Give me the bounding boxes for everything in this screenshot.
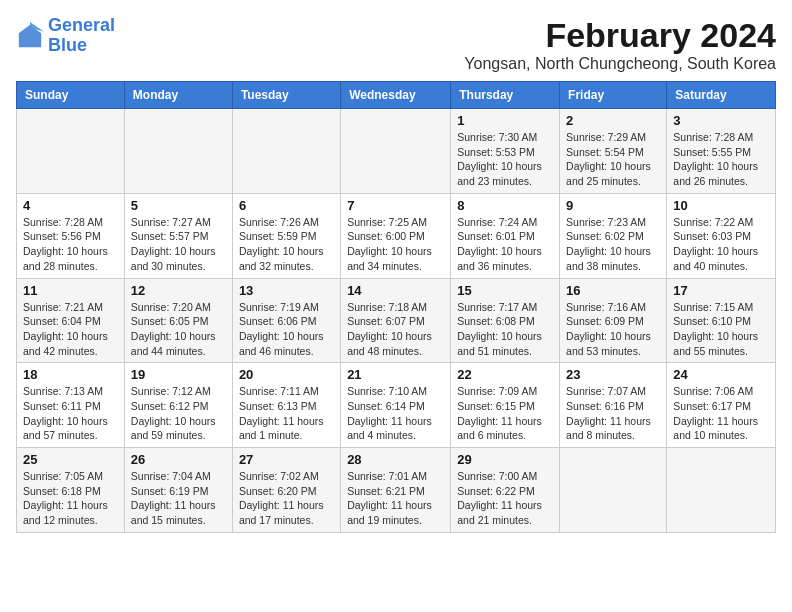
calendar-table: SundayMondayTuesdayWednesdayThursdayFrid…	[16, 81, 776, 533]
week-row-5: 25Sunrise: 7:05 AMSunset: 6:18 PMDayligh…	[17, 448, 776, 533]
calendar-cell: 20Sunrise: 7:11 AMSunset: 6:13 PMDayligh…	[232, 363, 340, 448]
week-row-2: 4Sunrise: 7:28 AMSunset: 5:56 PMDaylight…	[17, 193, 776, 278]
calendar-cell	[232, 109, 340, 194]
calendar-cell: 7Sunrise: 7:25 AMSunset: 6:00 PMDaylight…	[341, 193, 451, 278]
day-info: Sunrise: 7:28 AMSunset: 5:56 PMDaylight:…	[23, 215, 118, 274]
logo-icon	[16, 22, 44, 50]
calendar-cell: 6Sunrise: 7:26 AMSunset: 5:59 PMDaylight…	[232, 193, 340, 278]
calendar-cell: 26Sunrise: 7:04 AMSunset: 6:19 PMDayligh…	[124, 448, 232, 533]
day-info: Sunrise: 7:20 AMSunset: 6:05 PMDaylight:…	[131, 300, 226, 359]
day-number: 28	[347, 452, 444, 467]
column-header-monday: Monday	[124, 82, 232, 109]
day-info: Sunrise: 7:05 AMSunset: 6:18 PMDaylight:…	[23, 469, 118, 528]
calendar-subtitle: Yongsan, North Chungcheong, South Korea	[464, 55, 776, 73]
day-number: 19	[131, 367, 226, 382]
calendar-cell: 19Sunrise: 7:12 AMSunset: 6:12 PMDayligh…	[124, 363, 232, 448]
day-info: Sunrise: 7:17 AMSunset: 6:08 PMDaylight:…	[457, 300, 553, 359]
calendar-cell: 14Sunrise: 7:18 AMSunset: 6:07 PMDayligh…	[341, 278, 451, 363]
day-number: 23	[566, 367, 660, 382]
day-info: Sunrise: 7:12 AMSunset: 6:12 PMDaylight:…	[131, 384, 226, 443]
day-info: Sunrise: 7:04 AMSunset: 6:19 PMDaylight:…	[131, 469, 226, 528]
day-number: 9	[566, 198, 660, 213]
week-row-1: 1Sunrise: 7:30 AMSunset: 5:53 PMDaylight…	[17, 109, 776, 194]
calendar-cell: 15Sunrise: 7:17 AMSunset: 6:08 PMDayligh…	[451, 278, 560, 363]
column-header-tuesday: Tuesday	[232, 82, 340, 109]
day-info: Sunrise: 7:02 AMSunset: 6:20 PMDaylight:…	[239, 469, 334, 528]
calendar-cell: 2Sunrise: 7:29 AMSunset: 5:54 PMDaylight…	[560, 109, 667, 194]
day-number: 20	[239, 367, 334, 382]
day-number: 8	[457, 198, 553, 213]
week-row-4: 18Sunrise: 7:13 AMSunset: 6:11 PMDayligh…	[17, 363, 776, 448]
calendar-cell: 24Sunrise: 7:06 AMSunset: 6:17 PMDayligh…	[667, 363, 776, 448]
day-number: 11	[23, 283, 118, 298]
calendar-cell	[341, 109, 451, 194]
day-number: 15	[457, 283, 553, 298]
calendar-cell: 29Sunrise: 7:00 AMSunset: 6:22 PMDayligh…	[451, 448, 560, 533]
calendar-cell: 17Sunrise: 7:15 AMSunset: 6:10 PMDayligh…	[667, 278, 776, 363]
calendar-cell: 12Sunrise: 7:20 AMSunset: 6:05 PMDayligh…	[124, 278, 232, 363]
day-number: 4	[23, 198, 118, 213]
day-number: 2	[566, 113, 660, 128]
calendar-cell	[667, 448, 776, 533]
day-info: Sunrise: 7:27 AMSunset: 5:57 PMDaylight:…	[131, 215, 226, 274]
day-info: Sunrise: 7:21 AMSunset: 6:04 PMDaylight:…	[23, 300, 118, 359]
day-number: 18	[23, 367, 118, 382]
day-number: 6	[239, 198, 334, 213]
day-info: Sunrise: 7:23 AMSunset: 6:02 PMDaylight:…	[566, 215, 660, 274]
column-header-wednesday: Wednesday	[341, 82, 451, 109]
calendar-title: February 2024	[464, 16, 776, 55]
day-number: 5	[131, 198, 226, 213]
calendar-cell: 3Sunrise: 7:28 AMSunset: 5:55 PMDaylight…	[667, 109, 776, 194]
calendar-cell: 25Sunrise: 7:05 AMSunset: 6:18 PMDayligh…	[17, 448, 125, 533]
calendar-cell: 11Sunrise: 7:21 AMSunset: 6:04 PMDayligh…	[17, 278, 125, 363]
calendar-cell: 27Sunrise: 7:02 AMSunset: 6:20 PMDayligh…	[232, 448, 340, 533]
column-header-saturday: Saturday	[667, 82, 776, 109]
day-info: Sunrise: 7:29 AMSunset: 5:54 PMDaylight:…	[566, 130, 660, 189]
calendar-cell: 5Sunrise: 7:27 AMSunset: 5:57 PMDaylight…	[124, 193, 232, 278]
calendar-cell: 1Sunrise: 7:30 AMSunset: 5:53 PMDaylight…	[451, 109, 560, 194]
column-header-sunday: Sunday	[17, 82, 125, 109]
day-number: 7	[347, 198, 444, 213]
calendar-cell: 21Sunrise: 7:10 AMSunset: 6:14 PMDayligh…	[341, 363, 451, 448]
day-info: Sunrise: 7:15 AMSunset: 6:10 PMDaylight:…	[673, 300, 769, 359]
calendar-cell: 16Sunrise: 7:16 AMSunset: 6:09 PMDayligh…	[560, 278, 667, 363]
day-info: Sunrise: 7:22 AMSunset: 6:03 PMDaylight:…	[673, 215, 769, 274]
day-number: 10	[673, 198, 769, 213]
day-info: Sunrise: 7:13 AMSunset: 6:11 PMDaylight:…	[23, 384, 118, 443]
title-block: February 2024 Yongsan, North Chungcheong…	[464, 16, 776, 73]
day-info: Sunrise: 7:30 AMSunset: 5:53 PMDaylight:…	[457, 130, 553, 189]
day-info: Sunrise: 7:07 AMSunset: 6:16 PMDaylight:…	[566, 384, 660, 443]
calendar-header-row: SundayMondayTuesdayWednesdayThursdayFrid…	[17, 82, 776, 109]
day-number: 27	[239, 452, 334, 467]
day-number: 17	[673, 283, 769, 298]
day-info: Sunrise: 7:16 AMSunset: 6:09 PMDaylight:…	[566, 300, 660, 359]
day-number: 16	[566, 283, 660, 298]
calendar-cell: 18Sunrise: 7:13 AMSunset: 6:11 PMDayligh…	[17, 363, 125, 448]
day-info: Sunrise: 7:11 AMSunset: 6:13 PMDaylight:…	[239, 384, 334, 443]
day-number: 1	[457, 113, 553, 128]
calendar-cell: 13Sunrise: 7:19 AMSunset: 6:06 PMDayligh…	[232, 278, 340, 363]
calendar-cell	[560, 448, 667, 533]
day-info: Sunrise: 7:19 AMSunset: 6:06 PMDaylight:…	[239, 300, 334, 359]
column-header-thursday: Thursday	[451, 82, 560, 109]
day-number: 24	[673, 367, 769, 382]
calendar-cell: 8Sunrise: 7:24 AMSunset: 6:01 PMDaylight…	[451, 193, 560, 278]
day-number: 14	[347, 283, 444, 298]
header: General Blue February 2024 Yongsan, Nort…	[16, 16, 776, 73]
day-info: Sunrise: 7:00 AMSunset: 6:22 PMDaylight:…	[457, 469, 553, 528]
logo: General Blue	[16, 16, 115, 56]
calendar-cell: 28Sunrise: 7:01 AMSunset: 6:21 PMDayligh…	[341, 448, 451, 533]
day-info: Sunrise: 7:24 AMSunset: 6:01 PMDaylight:…	[457, 215, 553, 274]
calendar-cell	[17, 109, 125, 194]
day-info: Sunrise: 7:25 AMSunset: 6:00 PMDaylight:…	[347, 215, 444, 274]
calendar-cell: 4Sunrise: 7:28 AMSunset: 5:56 PMDaylight…	[17, 193, 125, 278]
day-number: 22	[457, 367, 553, 382]
day-number: 12	[131, 283, 226, 298]
calendar-cell: 22Sunrise: 7:09 AMSunset: 6:15 PMDayligh…	[451, 363, 560, 448]
day-info: Sunrise: 7:18 AMSunset: 6:07 PMDaylight:…	[347, 300, 444, 359]
day-number: 25	[23, 452, 118, 467]
calendar-cell: 10Sunrise: 7:22 AMSunset: 6:03 PMDayligh…	[667, 193, 776, 278]
day-info: Sunrise: 7:09 AMSunset: 6:15 PMDaylight:…	[457, 384, 553, 443]
day-info: Sunrise: 7:28 AMSunset: 5:55 PMDaylight:…	[673, 130, 769, 189]
day-number: 21	[347, 367, 444, 382]
